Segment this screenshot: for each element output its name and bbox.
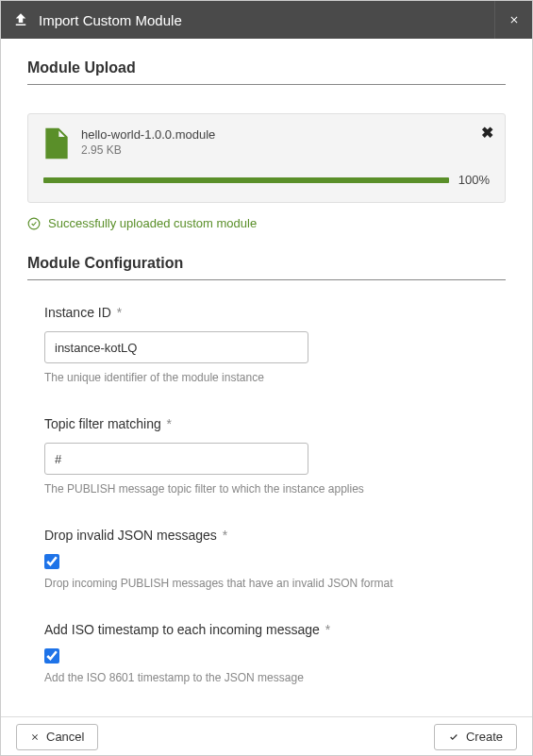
- upload-icon: [12, 11, 29, 28]
- drop-invalid-label: Drop invalid JSON messages *: [44, 528, 489, 543]
- section-title-upload: Module Upload: [27, 59, 506, 85]
- create-label: Create: [466, 730, 503, 744]
- dialog-footer: Cancel Create: [1, 716, 532, 756]
- section-title-config: Module Configuration: [27, 255, 506, 280]
- cancel-label: Cancel: [46, 730, 84, 744]
- upload-card: hello-world-1.0.0.module 2.95 KB ✖ 100%: [27, 113, 506, 203]
- add-iso-label: Add ISO timestamp to each incoming messa…: [44, 622, 489, 637]
- required-marker: *: [163, 416, 172, 431]
- topic-filter-label: Topic filter matching *: [44, 416, 489, 431]
- progress-percent: 100%: [458, 173, 490, 187]
- required-marker: *: [113, 305, 122, 320]
- field-topic-filter: Topic filter matching * The PUBLISH mess…: [27, 416, 506, 496]
- file-icon: [43, 127, 70, 160]
- field-add-iso: Add ISO timestamp to each incoming messa…: [27, 622, 506, 684]
- drop-invalid-checkbox[interactable]: [44, 554, 59, 569]
- field-instance-id: Instance ID * The unique identifier of t…: [27, 305, 506, 384]
- instance-id-input[interactable]: [44, 331, 308, 363]
- close-icon: [508, 14, 520, 25]
- upload-success: Successfully uploaded custom module: [27, 216, 506, 230]
- file-size: 2.95 KB: [81, 143, 490, 157]
- svg-point-0: [28, 218, 40, 229]
- success-message: Successfully uploaded custom module: [48, 216, 257, 230]
- instance-id-help: The unique identifier of the module inst…: [44, 371, 489, 384]
- topic-filter-input[interactable]: [44, 443, 308, 475]
- topic-filter-help: The PUBLISH message topic filter to whic…: [44, 482, 489, 496]
- dialog-body: Module Upload hello-world-1.0.0.module 2…: [1, 39, 532, 716]
- check-icon: [448, 732, 459, 742]
- dialog-header: Import Custom Module: [1, 1, 532, 39]
- drop-invalid-help: Drop incoming PUBLISH messages that have…: [44, 577, 489, 590]
- success-check-icon: [27, 217, 41, 230]
- cancel-icon: [30, 732, 40, 742]
- progress-bar: [43, 177, 449, 183]
- required-marker: *: [322, 622, 330, 637]
- instance-id-label: Instance ID *: [44, 305, 489, 320]
- file-name: hello-world-1.0.0.module: [81, 127, 490, 142]
- cancel-button[interactable]: Cancel: [16, 724, 98, 750]
- field-drop-invalid: Drop invalid JSON messages * Drop incomi…: [27, 528, 506, 590]
- remove-file-button[interactable]: ✖: [481, 124, 493, 142]
- add-iso-help: Add the ISO 8601 timestamp to the JSON m…: [44, 671, 489, 684]
- dialog-title: Import Custom Module: [39, 12, 182, 28]
- add-iso-checkbox[interactable]: [44, 648, 59, 664]
- create-button[interactable]: Create: [434, 724, 517, 750]
- close-button[interactable]: [494, 1, 532, 39]
- remove-icon: ✖: [481, 125, 493, 141]
- required-marker: *: [219, 528, 227, 543]
